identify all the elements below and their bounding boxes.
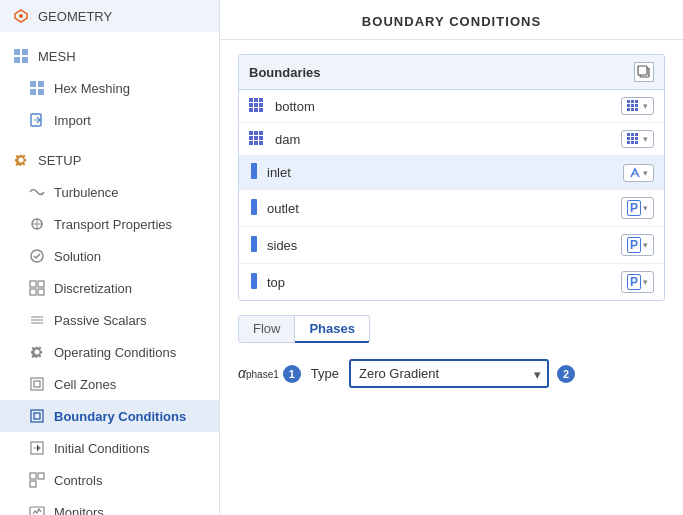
sidebar-item-solution[interactable]: Solution: [0, 240, 219, 272]
sidebar-item-turbulence-label: Turbulence: [54, 185, 119, 200]
svg-rect-30: [249, 103, 253, 107]
svg-rect-3: [14, 57, 20, 63]
boundary-icon-outlet: [249, 199, 259, 218]
type-label: Type: [311, 366, 339, 381]
svg-rect-1: [14, 49, 20, 55]
operating-icon: [28, 343, 46, 361]
svg-rect-5: [30, 81, 36, 87]
svg-point-0: [19, 14, 23, 18]
sidebar-item-geometry-label: GEOMETRY: [38, 9, 112, 24]
svg-rect-32: [259, 103, 263, 107]
sidebar-item-mesh[interactable]: MESH: [0, 40, 219, 72]
copy-icon[interactable]: [634, 62, 654, 82]
sidebar-item-initial-conditions[interactable]: Initial Conditions: [0, 432, 219, 464]
sidebar-item-import-label: Import: [54, 113, 91, 128]
svg-rect-33: [249, 108, 253, 112]
boundaries-header: Boundaries: [239, 55, 664, 90]
tab-phases[interactable]: Phases: [295, 315, 370, 343]
transport-icon: [28, 215, 46, 233]
svg-rect-51: [249, 141, 253, 145]
boundary-row-bottom[interactable]: bottom ▾: [239, 90, 664, 123]
type-select-wrapper: Zero Gradient Fixed Value Inlet Outlet C…: [349, 359, 549, 388]
sidebar-item-operating[interactable]: Operating Conditions: [0, 336, 219, 368]
sidebar-item-transport[interactable]: Transport Properties: [0, 208, 219, 240]
mesh-icon: [12, 47, 30, 65]
sidebar-item-cell-zones[interactable]: Cell Zones: [0, 368, 219, 400]
alpha-label: αphase1 1: [238, 365, 301, 383]
sidebar-item-solution-label: Solution: [54, 249, 101, 264]
svg-rect-4: [22, 57, 28, 63]
sidebar-item-setup[interactable]: SETUP: [0, 144, 219, 176]
type-select[interactable]: Zero Gradient Fixed Value Inlet Outlet C…: [349, 359, 549, 388]
boundary-row-inlet[interactable]: inlet ▾: [239, 156, 664, 190]
sidebar-item-passive-label: Passive Scalars: [54, 313, 146, 328]
chevron-top: ▾: [643, 277, 648, 287]
boundary-row-top[interactable]: top P ▾: [239, 264, 664, 300]
svg-rect-56: [635, 133, 638, 136]
boundary-row-outlet[interactable]: outlet P ▾: [239, 190, 664, 227]
cell-zones-icon: [28, 375, 46, 393]
sidebar-item-monitors[interactable]: Monitors: [0, 496, 219, 515]
svg-rect-50: [259, 136, 263, 140]
svg-rect-45: [249, 131, 253, 135]
boundary-type-bottom[interactable]: ▾: [621, 97, 654, 115]
svg-rect-17: [34, 381, 40, 387]
sidebar-item-passive-scalars[interactable]: Passive Scalars: [0, 304, 219, 336]
svg-rect-16: [31, 378, 43, 390]
boundary-conditions-icon: [28, 407, 46, 425]
sidebar-item-controls[interactable]: Controls: [0, 464, 219, 496]
discretization-icon: [28, 279, 46, 297]
svg-rect-43: [631, 108, 634, 111]
chevron-bottom: ▾: [643, 101, 648, 111]
import-icon: [28, 111, 46, 129]
sidebar-item-setup-label: SETUP: [38, 153, 81, 168]
sidebar: GEOMETRY MESH Hex Meshing: [0, 0, 220, 515]
main-content: BOUNDARY CONDITIONS Boundaries: [220, 0, 683, 515]
svg-rect-62: [635, 141, 638, 144]
sidebar-item-discretization[interactable]: Discretization: [0, 272, 219, 304]
sidebar-item-boundary-conditions[interactable]: Boundary Conditions: [0, 400, 219, 432]
sidebar-item-transport-label: Transport Properties: [54, 217, 172, 232]
tab-flow[interactable]: Flow: [238, 315, 295, 343]
svg-rect-36: [627, 100, 630, 103]
boundary-type-inlet[interactable]: ▾: [623, 164, 654, 182]
sidebar-item-geometry[interactable]: GEOMETRY: [0, 0, 219, 32]
boundary-row-dam[interactable]: dam ▾: [239, 123, 664, 156]
svg-rect-57: [627, 137, 630, 140]
boundary-icon-sides: [249, 236, 259, 255]
svg-rect-15: [38, 289, 44, 295]
sidebar-item-import[interactable]: Import: [0, 104, 219, 136]
svg-rect-14: [30, 289, 36, 295]
sidebar-item-hex-label: Hex Meshing: [54, 81, 130, 96]
sidebar-item-mesh-label: MESH: [38, 49, 76, 64]
svg-rect-53: [259, 141, 263, 145]
badge-1: 1: [283, 365, 301, 383]
svg-rect-8: [38, 89, 44, 95]
boundary-icon-dam: [249, 131, 267, 148]
sidebar-item-boundary-label: Boundary Conditions: [54, 409, 186, 424]
boundary-name-outlet: outlet: [267, 201, 613, 216]
sidebar-item-hex-meshing[interactable]: Hex Meshing: [0, 72, 219, 104]
svg-rect-19: [34, 413, 40, 419]
svg-rect-12: [30, 281, 36, 287]
sidebar-item-operating-label: Operating Conditions: [54, 345, 176, 360]
boundary-type-sides[interactable]: P ▾: [621, 234, 654, 256]
svg-rect-38: [635, 100, 638, 103]
boundary-icon-bottom: [249, 98, 267, 115]
svg-rect-7: [30, 89, 36, 95]
svg-rect-44: [635, 108, 638, 111]
boundaries-table: Boundaries: [238, 54, 665, 301]
setup-icon: [12, 151, 30, 169]
boundary-type-dam[interactable]: ▾: [621, 130, 654, 148]
svg-rect-47: [259, 131, 263, 135]
sidebar-item-cellzones-label: Cell Zones: [54, 377, 116, 392]
boundary-type-outlet[interactable]: P ▾: [621, 197, 654, 219]
svg-rect-2: [22, 49, 28, 55]
boundary-name-inlet: inlet: [267, 165, 615, 180]
boundary-row-sides[interactable]: sides P ▾: [239, 227, 664, 264]
boundary-type-top[interactable]: P ▾: [621, 271, 654, 293]
boundaries-label: Boundaries: [249, 65, 321, 80]
svg-rect-55: [631, 133, 634, 136]
sidebar-item-turbulence[interactable]: Turbulence: [0, 176, 219, 208]
svg-rect-58: [631, 137, 634, 140]
